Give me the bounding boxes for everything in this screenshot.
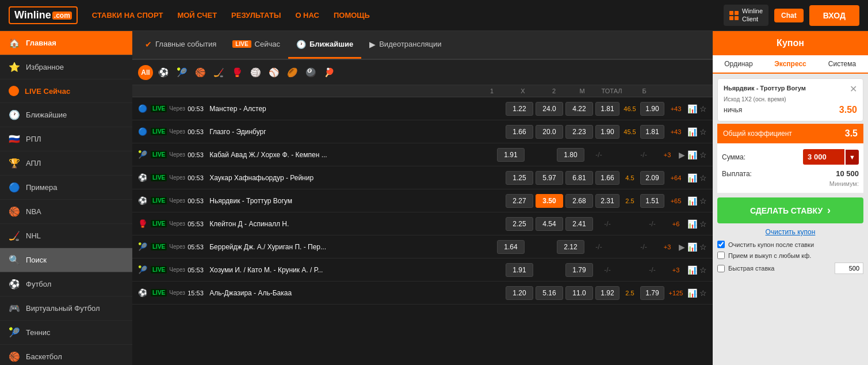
- coupon-dropdown-arrow[interactable]: ▼: [846, 150, 859, 165]
- nav-bets[interactable]: СТАВКИ НА СПОРТ: [92, 11, 163, 20]
- make-bet-button[interactable]: СДЕЛАТЬ СТАВКУ ›: [717, 197, 863, 223]
- sport-btn-baseball[interactable]: ⚾: [266, 64, 282, 81]
- event-name[interactable]: Хозуми И. / Като М. - Круник А. / Р...: [209, 266, 503, 274]
- event-name[interactable]: Хаукар Хафнафьордур - Рейнир: [209, 174, 503, 182]
- event-name[interactable]: Ньярдвик - Троттур Вогум: [209, 197, 503, 205]
- extra-odds[interactable]: +64: [667, 174, 685, 181]
- sport-btn-volleyball[interactable]: 🏐: [247, 64, 263, 81]
- nav-account[interactable]: МОЙ СЧЕТ: [177, 11, 217, 20]
- play-icon[interactable]: ▶: [679, 150, 685, 159]
- odd-btn-m[interactable]: 2.31: [595, 194, 620, 208]
- coupon-close-btn[interactable]: ✕: [850, 85, 857, 94]
- odd-btn-b[interactable]: 2.09: [640, 171, 664, 185]
- odd-btn-m[interactable]: 1.92: [595, 286, 620, 300]
- chat-button[interactable]: Chat: [774, 9, 804, 22]
- sidebar-item-virtual-football[interactable]: 🎮 Виртуальный Футбол: [0, 296, 132, 321]
- event-name[interactable]: Клейтон Д - Аспиналл Н.: [209, 220, 503, 228]
- coupon-option-quick-bet[interactable]: Быстрая ставка: [717, 263, 863, 274]
- odd-btn-2[interactable]: 2.12: [557, 240, 584, 254]
- odd-btn-1[interactable]: 2.25: [506, 217, 533, 231]
- sidebar-item-primera[interactable]: 🔵 Примера: [0, 176, 132, 200]
- tab-nearest[interactable]: 🕐 Ближайшие: [288, 31, 361, 59]
- chart-icon[interactable]: 📊: [687, 150, 697, 159]
- odd-btn-x[interactable]: 20.0: [536, 125, 563, 139]
- odd-btn-2[interactable]: 2.41: [565, 217, 593, 231]
- odd-btn-2[interactable]: 2.23: [565, 125, 593, 139]
- chart-icon[interactable]: 📊: [687, 127, 697, 136]
- chart-icon[interactable]: 📊: [687, 104, 697, 113]
- odd-btn-1[interactable]: 1.64: [497, 240, 525, 254]
- extra-odds[interactable]: +43: [667, 128, 685, 135]
- sidebar-item-live[interactable]: LIVE Сейчас: [0, 79, 132, 103]
- extra-odds[interactable]: +65: [667, 197, 685, 204]
- odd-btn-b[interactable]: 1.90: [640, 102, 664, 116]
- star-icon[interactable]: ☆: [699, 219, 707, 229]
- tab-live-now[interactable]: LIVE Сейчас: [224, 31, 288, 59]
- sidebar-item-search[interactable]: 🔍 Поиск: [0, 248, 132, 272]
- quick-bet-checkbox[interactable]: [717, 265, 725, 272]
- sport-btn-hockey[interactable]: 🏒: [211, 64, 227, 81]
- coupon-tab-ordinar[interactable]: Ординар: [713, 55, 764, 73]
- sidebar-item-basketball[interactable]: 🏀 Баскетбол: [0, 345, 132, 365]
- star-icon[interactable]: ☆: [699, 196, 707, 206]
- clear-coupon-link[interactable]: Очистить купон: [713, 223, 868, 241]
- chart-icon[interactable]: 📊: [687, 288, 697, 298]
- odd-btn-m[interactable]: 1.81: [595, 102, 620, 116]
- star-icon[interactable]: ☆: [699, 127, 707, 136]
- odd-btn-b[interactable]: 1.81: [640, 125, 664, 139]
- nav-about[interactable]: О НАС: [295, 11, 319, 20]
- extra-odds[interactable]: +3: [658, 151, 676, 158]
- odd-btn-m[interactable]: 1.66: [595, 171, 620, 185]
- sport-btn-billiards[interactable]: 🎱: [303, 64, 319, 81]
- odd-btn-b[interactable]: 1.79: [640, 286, 664, 300]
- extra-odds[interactable]: +125: [667, 290, 685, 296]
- event-name[interactable]: Глазго - Эдинбург: [209, 128, 503, 136]
- coupon-tab-system[interactable]: Система: [816, 55, 868, 73]
- odd-btn-1[interactable]: 1.66: [506, 125, 533, 139]
- odd-btn-2[interactable]: 6.81: [565, 171, 593, 185]
- star-icon[interactable]: ☆: [699, 104, 707, 113]
- sidebar-item-favorites[interactable]: ⭐ Избранное: [0, 55, 132, 79]
- odd-btn-2[interactable]: 4.22: [565, 102, 593, 116]
- sidebar-item-rpl[interactable]: 🇷🇺 РПЛ: [0, 127, 132, 151]
- logo[interactable]: Winline .com: [9, 6, 78, 24]
- star-icon[interactable]: ☆: [699, 150, 707, 159]
- sidebar-item-nearest[interactable]: 🕐 Ближайшие: [0, 103, 132, 127]
- accept-buyout-checkbox[interactable]: [717, 252, 725, 259]
- star-icon[interactable]: ☆: [699, 173, 707, 182]
- sport-btn-rugby[interactable]: 🏉: [284, 64, 300, 81]
- odd-btn-2[interactable]: 11.0: [565, 286, 593, 300]
- odd-btn-1[interactable]: 1.91: [506, 263, 533, 277]
- chart-icon[interactable]: 📊: [687, 196, 697, 206]
- sport-btn-basketball[interactable]: 🏀: [192, 64, 208, 81]
- odd-btn-1[interactable]: 1.91: [497, 148, 525, 162]
- sidebar-item-nhl[interactable]: 🏒 NHL: [0, 224, 132, 248]
- odd-btn-2[interactable]: 1.80: [557, 148, 584, 162]
- extra-odds[interactable]: +3: [667, 267, 685, 273]
- login-button[interactable]: ВХОД: [809, 5, 859, 26]
- star-icon[interactable]: ☆: [699, 242, 707, 252]
- sport-btn-pingpong[interactable]: 🏓: [321, 64, 337, 81]
- event-name[interactable]: Манстер - Алстер: [209, 105, 503, 113]
- sidebar-item-main[interactable]: 🏠 Главная: [0, 31, 132, 55]
- winline-client-btn[interactable]: WinlineClient: [724, 5, 768, 25]
- odd-btn-1[interactable]: 1.25: [506, 171, 533, 185]
- extra-odds[interactable]: +6: [667, 220, 685, 227]
- odd-btn-b[interactable]: 1.51: [640, 194, 664, 208]
- event-name[interactable]: Аль-Джазира - Аль-Бакаа: [209, 289, 503, 297]
- odd-btn-x-highlighted[interactable]: 3.50: [536, 194, 563, 208]
- chart-icon[interactable]: 📊: [687, 173, 697, 182]
- sidebar-item-apl[interactable]: 🏆 АПЛ: [0, 151, 132, 176]
- coupon-option-clear-after[interactable]: Очистить купон после ставки: [717, 241, 863, 248]
- extra-odds[interactable]: +3: [658, 244, 676, 250]
- star-icon[interactable]: ☆: [699, 288, 707, 298]
- sidebar-item-tennis[interactable]: 🎾 Теннис: [0, 321, 132, 345]
- odd-btn-1[interactable]: 1.20: [506, 286, 533, 300]
- odd-btn-x[interactable]: 24.0: [536, 102, 563, 116]
- coupon-sum-input[interactable]: [803, 149, 844, 165]
- star-icon[interactable]: ☆: [699, 265, 707, 275]
- extra-odds[interactable]: +43: [667, 105, 685, 112]
- event-name[interactable]: Беррейдж Дж. А./ Хуриган П. - Пер...: [209, 243, 495, 251]
- play-icon[interactable]: ▶: [679, 242, 685, 252]
- event-name[interactable]: Кабай Авад Ж./ Хорхе Ф. - Кемпен ...: [209, 151, 495, 159]
